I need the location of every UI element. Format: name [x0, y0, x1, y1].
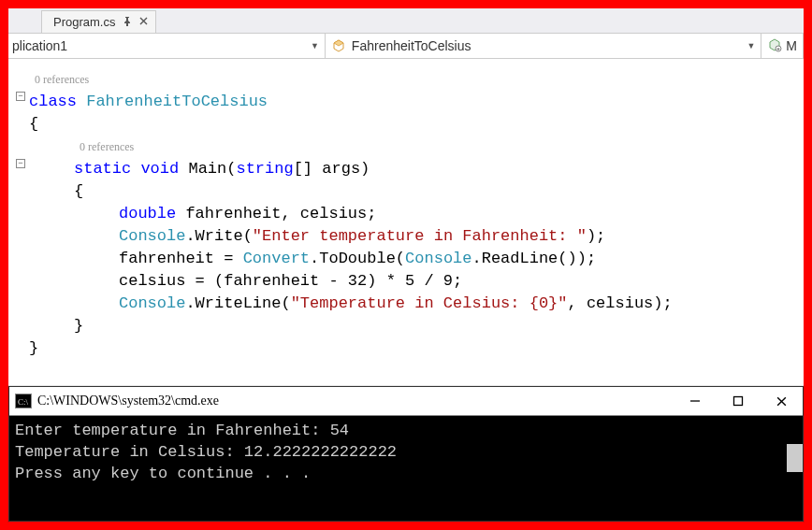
fold-toggle[interactable]: −	[16, 159, 25, 168]
navigation-bar: plication1 ▼ FahrenheitToCelsius ▼ M	[8, 33, 804, 59]
pin-icon[interactable]	[123, 17, 132, 28]
method-icon	[331, 38, 346, 53]
member-dropdown[interactable]: FahrenheitToCelsius ▼	[326, 34, 761, 58]
tab-bar: Program.cs	[8, 8, 804, 33]
close-button[interactable]	[760, 387, 803, 415]
console-title: C:\WINDOWS\system32\cmd.exe	[37, 394, 219, 408]
console-window: C:\ C:\WINDOWS\system32\cmd.exe Enter te…	[8, 386, 804, 522]
minimize-button[interactable]	[674, 387, 717, 415]
chevron-down-icon: ▼	[311, 41, 319, 50]
maximize-button[interactable]	[717, 387, 760, 415]
type-icon	[767, 37, 782, 55]
scope-label: plication1	[12, 38, 67, 53]
console-output: Enter temperature in Fahrenheit: 54 Temp…	[9, 416, 803, 521]
console-titlebar[interactable]: C:\ C:\WINDOWS\system32\cmd.exe	[9, 387, 803, 416]
code-editor[interactable]: − − 0 references class FahrenheitToCelsi…	[8, 59, 804, 391]
codelens-method[interactable]: 0 references	[29, 136, 804, 158]
type-dropdown[interactable]: M	[761, 34, 804, 58]
scrollbar-thumb[interactable]	[787, 444, 803, 472]
cmd-icon: C:\	[15, 394, 32, 408]
gutter: − −	[8, 59, 29, 391]
chevron-down-icon: ▼	[747, 41, 755, 50]
scope-dropdown[interactable]: plication1 ▼	[8, 34, 326, 58]
close-icon[interactable]	[139, 17, 148, 27]
svg-rect-1	[734, 397, 743, 406]
codelens-class[interactable]: 0 references	[29, 68, 804, 91]
fold-toggle[interactable]: −	[16, 92, 25, 101]
type-label: M	[786, 38, 797, 53]
tab-label: Program.cs	[53, 15, 115, 29]
member-label: FahrenheitToCelsius	[352, 38, 471, 53]
tab-program-cs[interactable]: Program.cs	[41, 10, 156, 33]
